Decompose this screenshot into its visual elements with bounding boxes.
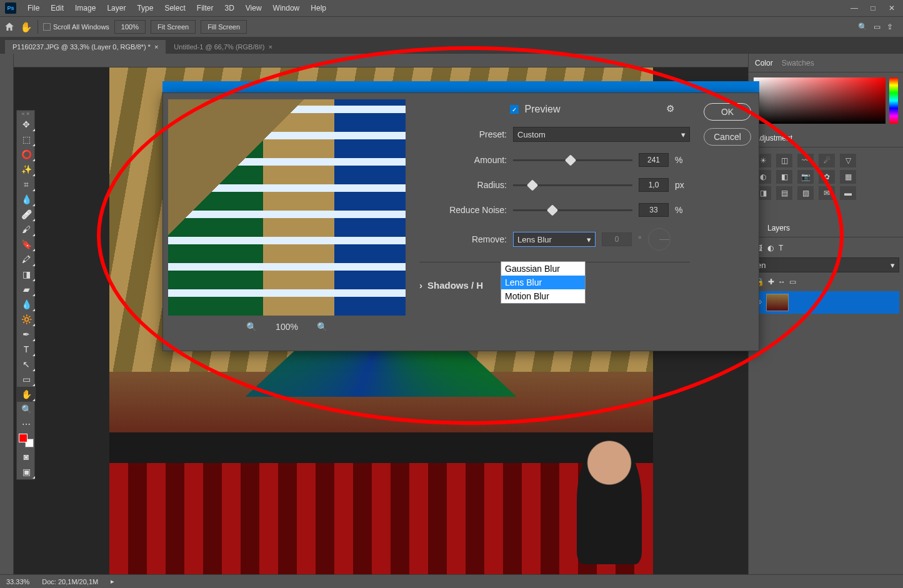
preview-checkbox[interactable]: ✓ bbox=[510, 105, 519, 114]
arrange-icon[interactable]: ▭ bbox=[874, 22, 881, 31]
noise-value[interactable]: 33 bbox=[639, 203, 669, 217]
screenmode-toggle[interactable]: ▣ bbox=[17, 464, 36, 479]
adj-channel-icon[interactable]: ✿ bbox=[819, 170, 835, 184]
pen-tool[interactable]: ✒ bbox=[17, 327, 36, 342]
tab-swatches[interactable]: Swatches bbox=[782, 59, 814, 67]
dialog-title-bar[interactable] bbox=[162, 81, 759, 94]
stamp-tool[interactable]: 🔖 bbox=[17, 237, 36, 252]
zoom-in-icon[interactable]: 🔍 bbox=[317, 322, 327, 332]
status-doc-size[interactable]: Doc: 20,1M/20,1M bbox=[42, 578, 98, 586]
dialog-preview-image[interactable] bbox=[168, 99, 406, 316]
menu-help[interactable]: Help bbox=[306, 1, 331, 15]
foreground-color[interactable] bbox=[19, 434, 27, 442]
fit-screen-button[interactable]: Fit Screen bbox=[151, 20, 196, 34]
share-icon[interactable]: ⇪ bbox=[887, 22, 893, 31]
tab-adjustments[interactable]: Adjustment bbox=[755, 134, 792, 142]
tab-layers[interactable]: Layers bbox=[767, 224, 790, 232]
eraser-tool[interactable]: ◨ bbox=[17, 267, 36, 282]
search-icon[interactable]: 🔍 bbox=[858, 22, 867, 31]
cancel-button[interactable]: Cancel bbox=[704, 128, 751, 146]
lock-position-icon[interactable]: ↔ bbox=[778, 277, 786, 286]
wand-tool[interactable]: ✨ bbox=[17, 162, 36, 177]
tab-doc-1[interactable]: P1160237.JPG @ 33,3% (Layer 0, RGB/8*) *… bbox=[5, 40, 166, 54]
hue-slider[interactable] bbox=[889, 77, 898, 124]
fill-screen-button[interactable]: Fill Screen bbox=[201, 20, 247, 34]
shape-tool[interactable]: ▭ bbox=[17, 372, 36, 387]
chevron-right-icon[interactable]: ▸ bbox=[111, 577, 114, 586]
menu-select[interactable]: Select bbox=[159, 1, 190, 15]
lock-artboard-icon[interactable]: ▭ bbox=[789, 277, 796, 286]
dropdown-option-gaussian[interactable]: Gaussian Blur bbox=[501, 262, 585, 276]
adj-lut-icon[interactable]: ▦ bbox=[840, 170, 856, 184]
quickmask-toggle[interactable]: ◙ bbox=[17, 449, 36, 464]
adj-vibrance-icon[interactable]: ▽ bbox=[840, 154, 856, 167]
layer-row[interactable]: 👁 bbox=[752, 291, 899, 314]
dodge-tool[interactable]: 🔆 bbox=[17, 312, 36, 327]
adj-selective-icon[interactable]: ✉ bbox=[819, 186, 835, 200]
ok-button[interactable]: OK bbox=[704, 103, 751, 121]
radius-slider[interactable] bbox=[513, 184, 632, 186]
gradient-tool[interactable]: ▰ bbox=[17, 282, 36, 297]
preset-select[interactable]: Custom▾ bbox=[513, 127, 690, 142]
path-tool[interactable]: ↖ bbox=[17, 357, 36, 372]
move-tool[interactable]: ✥ bbox=[17, 117, 36, 132]
menu-filter[interactable]: Filter bbox=[192, 1, 219, 15]
menu-view[interactable]: View bbox=[241, 1, 267, 15]
adj-curves-icon[interactable]: 〰 bbox=[797, 154, 814, 167]
menu-window[interactable]: Window bbox=[268, 1, 305, 15]
lasso-tool[interactable]: ⭕ bbox=[17, 147, 36, 162]
heal-tool[interactable]: 🩹 bbox=[17, 207, 36, 222]
adj-bw-icon[interactable]: ◧ bbox=[776, 170, 792, 184]
color-swatches[interactable] bbox=[17, 432, 36, 449]
hand-tool[interactable]: ✋ bbox=[17, 387, 36, 402]
type-tool[interactable]: T bbox=[17, 342, 36, 357]
zoom-value[interactable]: 100% bbox=[114, 20, 146, 34]
dropdown-option-motion[interactable]: Motion Blur bbox=[501, 289, 585, 303]
crop-tool[interactable]: ⌗ bbox=[17, 177, 36, 192]
menu-type[interactable]: Type bbox=[132, 1, 158, 15]
eyedropper-tool[interactable]: 💧 bbox=[17, 192, 36, 207]
adj-photo-filter-icon[interactable]: 📷 bbox=[797, 170, 814, 184]
window-minimize[interactable]: — bbox=[846, 2, 863, 14]
dropdown-option-lens[interactable]: Lens Blur bbox=[501, 276, 585, 289]
adj-posterize-icon[interactable]: ▤ bbox=[776, 186, 792, 200]
lock-pixels-icon[interactable]: ✚ bbox=[768, 277, 774, 286]
blur-tool[interactable]: 💧 bbox=[17, 297, 36, 312]
layer-filter-adjust-icon[interactable]: ◐ bbox=[767, 244, 774, 252]
menu-layer[interactable]: Layer bbox=[102, 1, 131, 15]
window-close[interactable]: ✕ bbox=[883, 2, 901, 14]
scroll-all-checkbox[interactable]: Scroll All Windows bbox=[43, 23, 109, 31]
home-icon[interactable] bbox=[4, 21, 15, 32]
remove-angle-value[interactable]: 0 bbox=[602, 232, 632, 246]
amount-slider[interactable] bbox=[513, 159, 632, 161]
menu-image[interactable]: Image bbox=[70, 1, 101, 15]
marquee-tool[interactable]: ⬚ bbox=[17, 132, 36, 147]
adj-levels-icon[interactable]: ◫ bbox=[776, 154, 792, 167]
layer-filter-type-icon[interactable]: T bbox=[779, 244, 783, 252]
angle-dial[interactable] bbox=[648, 228, 671, 251]
close-icon[interactable]: × bbox=[268, 43, 272, 51]
menu-edit[interactable]: Edit bbox=[46, 1, 69, 15]
amount-value[interactable]: 241 bbox=[639, 153, 669, 167]
zoom-tool[interactable]: 🔍 bbox=[17, 402, 36, 417]
zoom-out-icon[interactable]: 🔍 bbox=[246, 322, 257, 332]
adj-gradient-icon[interactable]: ▬ bbox=[840, 186, 856, 200]
edit-toolbar[interactable]: ⋯ bbox=[17, 417, 36, 432]
tab-doc-2[interactable]: Untitled-1 @ 66,7% (RGB/8#) × bbox=[166, 40, 281, 54]
tab-color[interactable]: Color bbox=[755, 59, 773, 67]
radius-value[interactable]: 1,0 bbox=[639, 178, 669, 192]
window-maximize[interactable]: □ bbox=[864, 2, 882, 14]
history-brush-tool[interactable]: 🖍 bbox=[17, 252, 36, 267]
menu-3d[interactable]: 3D bbox=[219, 1, 239, 15]
remove-select[interactable]: Lens Blur▾ bbox=[513, 232, 596, 247]
status-zoom[interactable]: 33.33% bbox=[6, 578, 29, 586]
menu-file[interactable]: File bbox=[22, 1, 44, 15]
gear-icon[interactable]: ⚙ bbox=[666, 103, 674, 114]
close-icon[interactable]: × bbox=[154, 43, 158, 51]
noise-slider[interactable] bbox=[513, 209, 632, 211]
blend-mode-select[interactable]: en▾ bbox=[752, 257, 899, 272]
adj-threshold-icon[interactable]: ▧ bbox=[797, 186, 814, 200]
color-picker[interactable] bbox=[749, 72, 903, 129]
adj-exposure-icon[interactable]: ☄ bbox=[819, 154, 835, 167]
brush-tool[interactable]: 🖌 bbox=[17, 222, 36, 237]
